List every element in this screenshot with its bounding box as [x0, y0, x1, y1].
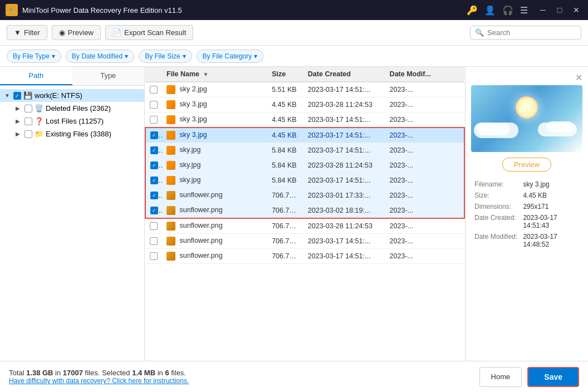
file-name: sunflower.png	[179, 252, 222, 259]
existing-folder-icon: 📁	[35, 130, 43, 138]
preview-button[interactable]: ◉ Preview	[52, 25, 101, 40]
file-date-created: 2023-03-28 11:24:53	[303, 218, 385, 234]
key-icon[interactable]: 🔑	[467, 5, 478, 16]
file-size: 706.70 KB	[267, 249, 303, 264]
table-row[interactable]: sunflower.png 706.70 KB 2023-03-17 14:51…	[145, 249, 464, 264]
row-checkbox[interactable]	[150, 237, 158, 245]
file-size: 4.45 KB	[267, 128, 303, 143]
search-input[interactable]	[487, 28, 576, 37]
dimensions-value: 295x171	[521, 202, 581, 212]
file-type-icon	[166, 206, 175, 215]
file-type-icon	[166, 191, 175, 200]
preview-image	[471, 85, 582, 152]
file-table: File Name ▼ Size Date Created Date Modif…	[145, 67, 465, 264]
lost-checkbox[interactable]	[24, 117, 32, 125]
tab-path[interactable]: Path	[0, 67, 72, 85]
table-row[interactable]: sky 3.jpg 4.45 KB 2023-03-17 14:51:... 2…	[145, 112, 464, 128]
row-checkbox[interactable]	[150, 252, 158, 260]
col-filename[interactable]: File Name ▼	[162, 67, 267, 82]
status-buttons: Home Save	[479, 367, 579, 387]
save-button[interactable]: Save	[527, 367, 579, 387]
filter-row: By File Type ▾ By Date Modified ▾ By Fil…	[0, 46, 588, 67]
chevron-down-icon: ▾	[183, 52, 186, 60]
file-date-modified: 2023-...	[385, 143, 464, 158]
row-checkbox[interactable]	[150, 101, 158, 109]
table-row[interactable]: ✓ sunflower.png 706.70 KB 2023-03-02 18:…	[145, 203, 464, 219]
deleted-checkbox[interactable]	[24, 105, 32, 112]
tree-item-lost[interactable]: ▶ ❓ Lost Files (11257)	[11, 115, 144, 128]
by-file-size-filter[interactable]: By File Size ▾	[139, 50, 192, 63]
file-name: sunflower.png	[179, 222, 222, 229]
row-checkbox[interactable]	[150, 86, 158, 94]
maximize-button[interactable]: □	[553, 4, 566, 16]
row-checkbox[interactable]	[150, 116, 158, 124]
table-row[interactable]: ✓ sky.jpg 5.84 KB 2023-03-17 14:51:... 2…	[145, 173, 464, 188]
by-file-category-filter[interactable]: By File Category ▾	[197, 50, 264, 63]
home-button[interactable]: Home	[479, 367, 522, 387]
tab-type[interactable]: Type	[72, 67, 145, 85]
row-checkbox[interactable]: ✓	[150, 146, 158, 154]
file-type-icon	[166, 252, 175, 261]
file-date-modified: 2023-...	[385, 128, 464, 143]
file-name: sky.jpg	[179, 161, 200, 169]
help-link[interactable]: Have difficulty with data recovery? Clic…	[9, 377, 189, 385]
row-checkbox[interactable]: ✓	[150, 192, 158, 199]
file-type-icon	[166, 85, 175, 94]
row-checkbox[interactable]: ✓	[150, 161, 158, 169]
close-button[interactable]: ✕	[570, 4, 582, 16]
row-checkbox[interactable]	[150, 222, 158, 230]
status-info: Total 1.38 GB in 17007 files. Selected 1…	[9, 369, 189, 385]
file-type-icon	[166, 237, 175, 246]
table-row[interactable]: ✓ sunflower.png 706.70 KB 2023-03-01 17:…	[145, 188, 464, 203]
file-name: sky 3.jpg	[179, 100, 207, 108]
user-icon[interactable]: 👤	[484, 5, 496, 16]
tree-sub: ▶ 🗑️ Deleted Files (2362) ▶ ❓ Lost Files…	[0, 102, 144, 140]
table-row[interactable]: ✓ sky 3.jpg 4.45 KB 2023-03-17 14:51:...…	[145, 128, 464, 143]
file-size: 4.45 KB	[267, 112, 303, 128]
file-date-modified: 2023-...	[385, 203, 464, 219]
expand-icon: ▶	[16, 131, 22, 137]
export-button[interactable]: 📄 Export Scan Result	[105, 25, 193, 40]
by-date-modified-filter[interactable]: By Date Modified ▾	[66, 50, 134, 63]
file-size: 5.84 KB	[267, 173, 303, 188]
tree-item-existing[interactable]: ▶ 📁 Existing Files (3388)	[11, 128, 144, 140]
date-modified-label: Date Modified:	[472, 232, 520, 249]
sort-arrow: ▼	[203, 71, 209, 77]
existing-checkbox[interactable]	[24, 130, 32, 138]
row-checkbox[interactable]: ✓	[150, 207, 158, 214]
table-row[interactable]: ✓ sky.jpg 5.84 KB 2023-03-28 11:24:53 20…	[145, 158, 464, 173]
deleted-folder-icon: 🗑️	[35, 104, 43, 112]
by-file-type-filter[interactable]: By File Type ▾	[7, 50, 61, 63]
file-date-created: 2023-03-01 17:33:...	[303, 188, 385, 203]
search-box: 🔍	[470, 26, 581, 40]
status-text: Total 1.38 GB in 17007 files. Selected 1…	[9, 369, 189, 377]
table-row[interactable]: ✓ sky.jpg 5.84 KB 2023-03-17 14:51:... 2…	[145, 143, 464, 158]
file-date-created: 2023-03-17 14:51:...	[303, 143, 385, 158]
window-controls: ─ □ ✕	[537, 4, 582, 16]
tree-item-deleted[interactable]: ▶ 🗑️ Deleted Files (2362)	[11, 102, 144, 115]
table-row[interactable]: sky 2.jpg 5.51 KB 2023-03-17 14:51:... 2…	[145, 82, 464, 97]
table-row[interactable]: sunflower.png 706.70 KB 2023-03-17 14:51…	[145, 234, 464, 249]
col-date-created: Date Created	[303, 67, 385, 82]
table-row[interactable]: sunflower.png 706.70 KB 2023-03-28 11:24…	[145, 218, 464, 234]
app-title: MiniTool Power Data Recovery Free Editio…	[22, 6, 467, 14]
file-scroll[interactable]: File Name ▼ Size Date Created Date Modif…	[145, 67, 465, 361]
row-checkbox[interactable]: ✓	[150, 177, 158, 184]
file-date-modified: 2023-...	[385, 188, 464, 203]
filter-button[interactable]: ▼ Filter	[7, 25, 47, 40]
preview-close-button[interactable]: ✕	[471, 72, 582, 83]
tree-item-drive[interactable]: ▼ ✓ 💾 work(E: NTFS)	[0, 89, 144, 102]
date-created-value: 2023-03-17 14:51:43	[521, 213, 581, 231]
file-size: 4.45 KB	[267, 97, 303, 112]
drive-checkbox[interactable]: ✓	[13, 92, 21, 100]
minimize-button[interactable]: ─	[537, 4, 549, 16]
preview-action-button[interactable]: Preview	[502, 158, 551, 171]
file-date-created: 2023-03-02 18:19:...	[303, 203, 385, 219]
table-row[interactable]: sky 3.jpg 4.45 KB 2023-03-28 11:24:53 20…	[145, 97, 464, 112]
file-name: sky 2.jpg	[179, 85, 207, 93]
menu-icon[interactable]: ☰	[520, 5, 528, 16]
headset-icon[interactable]: 🎧	[502, 5, 513, 16]
sidebar-tabs: Path Type	[0, 67, 144, 86]
preview-icon: ◉	[59, 28, 65, 37]
row-checkbox[interactable]: ✓	[150, 131, 158, 139]
